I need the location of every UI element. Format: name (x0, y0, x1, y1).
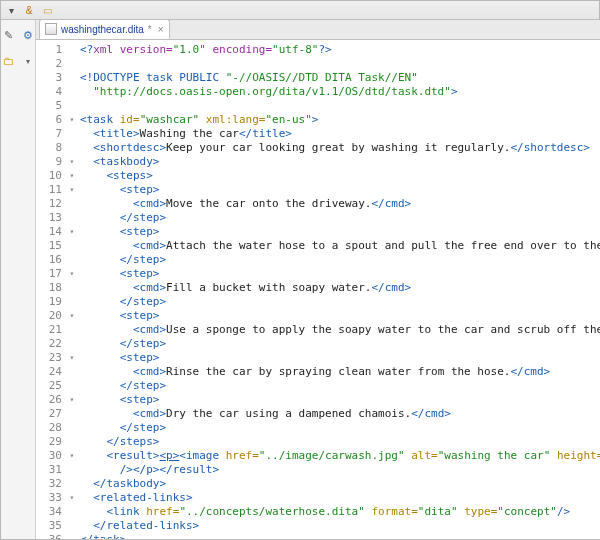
code-line[interactable]: 5 (36, 99, 600, 113)
toolbar-icon-folder[interactable]: ▭ (40, 3, 54, 17)
code-text[interactable]: </step> (80, 295, 166, 309)
code-line[interactable]: 30▾ <result><p><image href="../image/car… (36, 449, 600, 463)
side-icon-wand[interactable]: ✎ (1, 28, 15, 42)
close-icon[interactable]: × (158, 24, 164, 35)
chevron-down-icon[interactable]: ▾ (21, 54, 35, 68)
code-line[interactable]: 28 </step> (36, 421, 600, 435)
content-area: ✎ ⚙ 🗀 ▾ washingthecar.dita* × 1<?xml ver… (1, 20, 599, 539)
code-line[interactable]: 29 </steps> (36, 435, 600, 449)
code-text[interactable]: /></p></result> (80, 463, 219, 477)
code-text[interactable]: <link href="../concepts/waterhose.dita" … (80, 505, 570, 519)
code-line[interactable]: 4 "http://docs.oasis-open.org/dita/v1.1/… (36, 85, 600, 99)
code-line[interactable]: 25 </step> (36, 379, 600, 393)
code-text[interactable]: </step> (80, 337, 166, 351)
fold-toggle[interactable]: ▾ (67, 225, 80, 239)
code-line[interactable]: 10▾ <steps> (36, 169, 600, 183)
code-line[interactable]: 15 <cmd>Attach the water hose to a spout… (36, 239, 600, 253)
line-number: 9 (36, 155, 67, 169)
line-number: 32 (36, 477, 67, 491)
editor-tab[interactable]: washingthecar.dita* × (39, 19, 170, 39)
fold-toggle[interactable]: ▾ (67, 267, 80, 281)
tab-filename: washingthecar.dita (61, 24, 144, 35)
code-text[interactable]: <cmd>Rinse the car by spraying clean wat… (80, 365, 550, 379)
code-text[interactable]: <!DOCTYPE task PUBLIC "-//OASIS//DTD DIT… (80, 71, 418, 85)
fold-toggle[interactable]: ▾ (67, 393, 80, 407)
code-line[interactable]: 17▾ <step> (36, 267, 600, 281)
code-line[interactable]: 12 <cmd>Move the car onto the driveway.<… (36, 197, 600, 211)
code-line[interactable]: 2 (36, 57, 600, 71)
code-text[interactable]: <taskbody> (80, 155, 159, 169)
fold-toggle[interactable]: ▾ (67, 449, 80, 463)
fold-toggle[interactable]: ▾ (67, 309, 80, 323)
toolbar-icon-link[interactable]: & (22, 3, 36, 17)
code-line[interactable]: 35 </related-links> (36, 519, 600, 533)
code-text[interactable]: </task> (80, 533, 126, 539)
code-text[interactable]: </step> (80, 211, 166, 225)
code-line[interactable]: 11▾ <step> (36, 183, 600, 197)
line-number: 2 (36, 57, 67, 71)
fold-toggle[interactable]: ▾ (67, 155, 80, 169)
code-line[interactable]: 1<?xml version="1.0" encoding="utf-8"?> (36, 43, 600, 57)
code-line[interactable]: 8 <shortdesc>Keep your car looking great… (36, 141, 600, 155)
code-line[interactable]: 27 <cmd>Dry the car using a dampened cha… (36, 407, 600, 421)
code-line[interactable]: 6▾<task id="washcar" xml:lang="en-us"> (36, 113, 600, 127)
code-text[interactable]: <cmd>Attach the water hose to a spout an… (80, 239, 600, 253)
code-text[interactable]: "http://docs.oasis-open.org/dita/v1.1/OS… (80, 85, 458, 99)
code-line[interactable]: 22 </step> (36, 337, 600, 351)
code-line[interactable]: 23▾ <step> (36, 351, 600, 365)
code-line[interactable]: 20▾ <step> (36, 309, 600, 323)
code-text[interactable]: </related-links> (80, 519, 199, 533)
code-text[interactable]: <cmd>Move the car onto the driveway.</cm… (80, 197, 411, 211)
code-text[interactable]: <result><p><image href="../image/carwash… (80, 449, 600, 463)
code-line[interactable]: 13 </step> (36, 211, 600, 225)
code-text[interactable]: <step> (80, 267, 160, 281)
folder-icon[interactable]: 🗀 (1, 54, 15, 68)
code-text[interactable]: </steps> (80, 435, 159, 449)
code-text[interactable]: <step> (80, 183, 160, 197)
code-text[interactable]: <cmd>Dry the car using a dampened chamoi… (80, 407, 451, 421)
code-text[interactable]: <related-links> (80, 491, 193, 505)
line-number: 22 (36, 337, 67, 351)
code-text[interactable]: <cmd>Use a sponge to apply the soapy wat… (80, 323, 600, 337)
code-text[interactable]: <step> (80, 393, 160, 407)
line-number: 31 (36, 463, 67, 477)
code-line[interactable]: 18 <cmd>Fill a bucket with soapy water.<… (36, 281, 600, 295)
code-line[interactable]: 32 </taskbody> (36, 477, 600, 491)
code-line[interactable]: 7 <title>Washing the car</title> (36, 127, 600, 141)
fold-toggle[interactable]: ▾ (67, 169, 80, 183)
code-text[interactable]: <steps> (80, 169, 153, 183)
gear-icon[interactable]: ⚙ (21, 28, 35, 42)
code-text[interactable]: </step> (80, 253, 166, 267)
code-line[interactable]: 3<!DOCTYPE task PUBLIC "-//OASIS//DTD DI… (36, 71, 600, 85)
code-text[interactable]: </step> (80, 421, 166, 435)
code-text[interactable]: <step> (80, 225, 160, 239)
toolbar-icon-generic[interactable]: ▾ (4, 3, 18, 17)
code-line[interactable]: 34 <link href="../concepts/waterhose.dit… (36, 505, 600, 519)
code-text[interactable]: <shortdesc>Keep your car looking great b… (80, 141, 590, 155)
code-line[interactable]: 9▾ <taskbody> (36, 155, 600, 169)
line-number: 18 (36, 281, 67, 295)
fold-toggle[interactable]: ▾ (67, 113, 80, 127)
code-text[interactable]: <title>Washing the car</title> (80, 127, 292, 141)
code-line[interactable]: 19 </step> (36, 295, 600, 309)
code-line[interactable]: 21 <cmd>Use a sponge to apply the soapy … (36, 323, 600, 337)
code-editor[interactable]: 1<?xml version="1.0" encoding="utf-8"?>2… (36, 40, 600, 539)
code-line[interactable]: 31 /></p></result> (36, 463, 600, 477)
fold-toggle[interactable]: ▾ (67, 183, 80, 197)
code-line[interactable]: 26▾ <step> (36, 393, 600, 407)
code-text[interactable]: <step> (80, 309, 160, 323)
fold-toggle[interactable]: ▾ (67, 351, 80, 365)
code-text[interactable]: <?xml version="1.0" encoding="utf-8"?> (80, 43, 332, 57)
code-text[interactable]: <cmd>Fill a bucket with soapy water.</cm… (80, 281, 411, 295)
code-line[interactable]: 14▾ <step> (36, 225, 600, 239)
code-text[interactable]: </taskbody> (80, 477, 166, 491)
code-text[interactable]: </step> (80, 379, 166, 393)
fold-toggle[interactable]: ▾ (67, 491, 80, 505)
code-line[interactable]: 24 <cmd>Rinse the car by spraying clean … (36, 365, 600, 379)
code-line[interactable]: 33▾ <related-links> (36, 491, 600, 505)
code-line[interactable]: 16 </step> (36, 253, 600, 267)
code-text[interactable]: <step> (80, 351, 160, 365)
code-line[interactable]: 36</task> (36, 533, 600, 539)
line-number: 24 (36, 365, 67, 379)
code-text[interactable]: <task id="washcar" xml:lang="en-us"> (80, 113, 318, 127)
